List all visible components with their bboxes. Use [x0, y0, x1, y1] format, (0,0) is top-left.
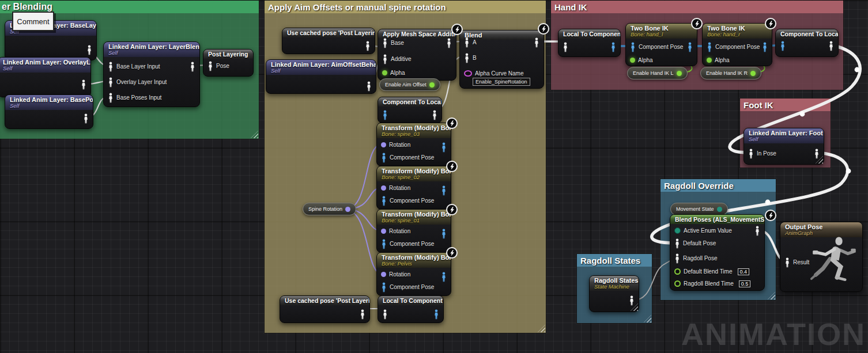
pose-output-pin[interactable]	[828, 41, 834, 51]
comment-title-bar[interactable]: Apply Aim Offsets or manual spine rotati…	[265, 1, 546, 13]
node-use-cached-pose-top[interactable]: Use cached pose 'Post Layering'	[282, 28, 375, 54]
rotation-pin[interactable]	[381, 272, 386, 277]
rotator-pin[interactable]	[345, 207, 350, 212]
pose-input-pin[interactable]	[207, 61, 213, 71]
pose-input-pin[interactable]	[108, 93, 114, 103]
component-pose-output-pin[interactable]	[441, 185, 447, 196]
pose-input-pin[interactable]	[563, 42, 568, 52]
component-pose-input-pin[interactable]	[381, 153, 387, 163]
node-transform-modify-bone-pelvis[interactable]: Transform (Modify) Bone Bone: Pelvis Rot…	[376, 252, 451, 296]
ragdoll-blend-time-value[interactable]: 0.5	[739, 280, 751, 287]
node-linked-anim-layer-layerblending[interactable]: Linked Anim Layer: LayerBlending Self Ba…	[103, 41, 200, 107]
component-pose-input-pin[interactable]	[707, 42, 712, 52]
variable-pill-enable-aim-offset[interactable]: Enable Aim Offset	[379, 78, 440, 91]
variable-pill-movement-state[interactable]: Movement State	[670, 203, 728, 215]
comment-title-bar[interactable]: Ragdoll Override	[661, 179, 776, 192]
node-output-pose[interactable]: Output Pose AnimGraph Result	[780, 222, 863, 292]
variable-pill-spine-rotation[interactable]: Spine Rotation	[303, 203, 356, 215]
pose-input-pin[interactable]	[674, 238, 680, 249]
float-pin[interactable]	[674, 268, 681, 275]
node-apply-mesh-space-additive[interactable]: Apply Mesh Space Additive Base Additive …	[378, 29, 456, 81]
comment-title-bar[interactable]: Ragdoll States	[577, 254, 652, 267]
pose-output-pin[interactable]	[83, 113, 89, 124]
component-pose-input-pin[interactable]	[381, 282, 387, 293]
pose-input-pin[interactable]	[382, 38, 388, 48]
node-transform-modify-bone-spine02[interactable]: Transform (Modify) Bone Bone: spine_02 R…	[376, 166, 451, 210]
node-title: Use cached pose 'Post Layering'	[285, 297, 369, 304]
component-pose-input-pin[interactable]	[381, 239, 387, 249]
pose-output-pin[interactable]	[366, 81, 372, 92]
enum-pin[interactable]	[717, 207, 722, 212]
animgraph-canvas[interactable]: ANIMATION er Blending Apply Aim Offsets …	[0, 0, 868, 353]
rotation-pin[interactable]	[381, 229, 386, 234]
variable-pill-enable-hand-ik-l[interactable]: Enable Hand IK L	[627, 67, 688, 79]
alpha-curve-name-field[interactable]: Enable_SpineRotation	[473, 78, 530, 86]
node-blend[interactable]: Blend A B Alpha Curve Name Enable_SpineR…	[459, 30, 544, 89]
pose-output-pin[interactable]	[190, 62, 195, 72]
pose-output-pin[interactable]	[81, 79, 86, 90]
node-transform-modify-bone-spine01[interactable]: Transform (Modify) Bone Bone: spine_01 R…	[376, 209, 451, 253]
comment-title-bar[interactable]: Foot IK	[740, 98, 831, 111]
node-component-to-local-hand[interactable]: Component To Local	[775, 29, 839, 57]
node-component-to-local-mid[interactable]: Component To Local	[378, 97, 442, 123]
component-pose-output-pin[interactable]	[441, 142, 447, 153]
pose-output-pin[interactable]	[86, 45, 92, 55]
pose-output-pin[interactable]	[432, 110, 437, 120]
pose-input-pin[interactable]	[674, 253, 680, 264]
component-pose-input-pin[interactable]	[381, 196, 387, 206]
component-pose-output-pin[interactable]	[610, 42, 616, 52]
component-pose-input-pin[interactable]	[630, 42, 636, 52]
pose-output-pin[interactable]	[365, 41, 371, 51]
pose-output-pin[interactable]	[814, 149, 820, 159]
node-transform-modify-bone-spine03[interactable]: Transform (Modify) Bone Bone: spine_03 R…	[376, 123, 451, 166]
rotation-pin[interactable]	[381, 142, 386, 147]
bool-pin[interactable]	[750, 71, 756, 76]
node-linked-anim-layer-overlaylayer[interactable]: Linked Anim Layer: OverlayLayer Self	[0, 57, 91, 97]
component-pose-output-pin[interactable]	[441, 272, 447, 282]
pose-input-pin[interactable]	[382, 54, 388, 64]
node-use-cached-pose-bottom[interactable]: Use cached pose 'Post Layering'	[280, 295, 370, 323]
active-enum-value-pin[interactable]	[674, 227, 681, 234]
node-local-to-component-mid[interactable]: Local To Component	[378, 295, 444, 323]
variable-pill-enable-hand-ik-r[interactable]: Enable Hand IK R	[700, 67, 761, 79]
pose-input-pin[interactable]	[108, 77, 114, 88]
comment-title-bar[interactable]: Hand IK	[551, 1, 843, 13]
node-title: Linked Anim Layer: OverlayLayer	[3, 59, 90, 66]
alpha-pin[interactable]	[707, 58, 712, 63]
node-linked-anim-layer-foot-ik[interactable]: Linked Anim Layer: Foot IK Self In Pose	[744, 128, 824, 165]
float-pin[interactable]	[674, 280, 681, 287]
bool-pin[interactable]	[677, 71, 682, 76]
component-pose-output-pin[interactable]	[687, 42, 693, 52]
pose-output-pin[interactable]	[534, 37, 539, 48]
pose-input-pin[interactable]	[748, 149, 754, 159]
component-pose-input-pin[interactable]	[780, 41, 786, 51]
node-post-layering[interactable]: Post Layering Pose	[203, 49, 254, 77]
pose-input-pin[interactable]	[464, 53, 470, 63]
pose-output-pin[interactable]	[446, 38, 452, 48]
alpha-pin[interactable]	[382, 70, 387, 75]
pose-input-pin[interactable]	[108, 62, 114, 72]
result-input-pin[interactable]	[784, 257, 790, 268]
pin-label: Ragdoll Pose	[683, 255, 717, 261]
node-two-bone-ik-hand-r[interactable]: Two Bone IK Bone: hand_r Component Pose …	[702, 23, 772, 66]
alpha-pin[interactable]	[630, 58, 635, 63]
node-linked-anim-layer-aimoffsetbehaviors[interactable]: Linked Anim Layer: AimOffsetBehaviors Se…	[266, 59, 376, 94]
component-pose-output-pin[interactable]	[441, 229, 447, 239]
component-pose-output-pin[interactable]	[762, 42, 768, 52]
pose-output-pin[interactable]	[360, 309, 365, 320]
pose-input-pin[interactable]	[382, 309, 388, 320]
node-local-to-component-hand[interactable]: Local To Component	[558, 29, 621, 57]
default-blend-time-value[interactable]: 0.4	[738, 268, 750, 275]
component-pose-input-pin[interactable]	[382, 110, 388, 120]
node-blend-poses-als-movementstate[interactable]: Blend Poses (ALS_MovementState) Active E…	[670, 214, 765, 291]
pose-input-pin[interactable]	[464, 37, 470, 48]
component-pose-output-pin[interactable]	[433, 309, 439, 320]
node-two-bone-ik-hand-l[interactable]: Two Bone IK Bone: hand_l Component Pose …	[625, 23, 697, 66]
pose-output-pin[interactable]	[629, 295, 635, 306]
rotation-pin[interactable]	[381, 185, 386, 191]
alpha-curve-name-pin[interactable]	[464, 70, 472, 77]
node-ragdoll-states-state-machine[interactable]: Ragdoll States State Machine	[589, 275, 639, 312]
bool-pin[interactable]	[429, 82, 435, 88]
pose-output-pin[interactable]	[754, 226, 760, 236]
node-linked-anim-layer-baseposes[interactable]: Linked Anim Layer: BasePoses Self	[5, 94, 93, 129]
